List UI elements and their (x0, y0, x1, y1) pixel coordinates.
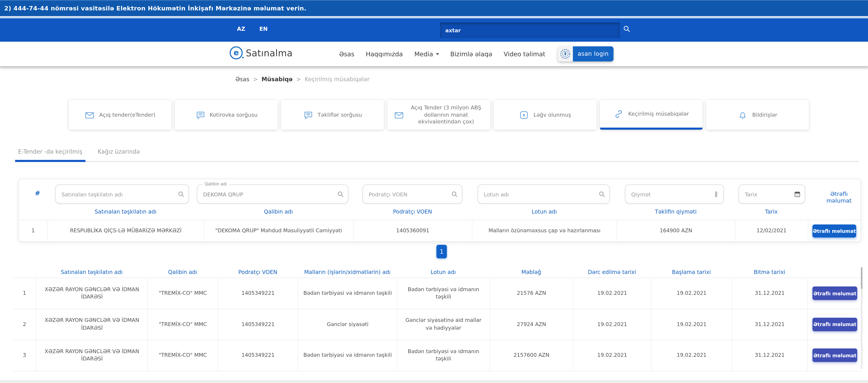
row-mal: Bədən tərbiyəsi və idmanın təşkili (298, 278, 397, 309)
lang-az[interactable]: AZ (237, 26, 245, 32)
results-table-row: 1 RESPUBLİKA QİÇS-LƏ MÜBARİZƏ MƏRKƏZİ "D… (19, 220, 860, 242)
tab-kecirilmis-musabiqeler[interactable]: Keçirilmiş müsabiqələr (600, 100, 703, 130)
row-derc: 19.02.2021 (573, 340, 651, 371)
search-icon[interactable] (337, 190, 344, 198)
subtab-etender[interactable]: E-Tender -də keçirilmiş (15, 149, 85, 160)
breadcrumb-separator: > (296, 76, 301, 83)
subtab-kagiz[interactable]: Kağız üzərində (94, 149, 144, 160)
row-derc: 19.02.2021 (573, 278, 651, 309)
row-number-symbol: # (35, 190, 40, 197)
chat-icon (303, 110, 313, 120)
row-satinalan: XƏZƏR RAYON GƏNCLƏR VƏ İDMAN İDARƏSİ (36, 340, 147, 371)
col-header-voen: Podratçı VOEN (353, 204, 472, 220)
row-baslama: 19.02.2021 (651, 309, 732, 340)
tab-bildirisler[interactable]: Bildirişlər (706, 100, 809, 130)
breadcrumb-musabiqe[interactable]: Müsabiqə (261, 76, 292, 83)
chat-icon (195, 110, 206, 120)
row-satinalan: XƏZƏR RAYON GƏNCLƏR VƏ İDMAN İDARƏSİ (36, 278, 147, 309)
row-qalib: "TREMİX-CO" MMC (147, 309, 218, 340)
nav-haqqimizda[interactable]: Haqqımızda (366, 50, 403, 58)
col-header-mebleg: Məbləğ (490, 267, 573, 278)
filters-details-link[interactable]: Ətraflı məlumat (818, 191, 860, 204)
row-num: 1 (19, 220, 48, 242)
filter-satinalan-input[interactable] (56, 185, 189, 203)
row-voen: 1405349221 (218, 309, 298, 340)
row-qalib: "TREMİX-CO" MMC (147, 340, 218, 371)
row-satinalan: RESPUBLİKA QİÇS-LƏ MÜBARİZƏ MƏRKƏZİ (48, 220, 204, 242)
nav-bizimle-elaqe[interactable]: Bizimlə əlaqə (450, 50, 492, 58)
col-header-empty (19, 204, 48, 220)
page: 2) 444-74-44 nömrəsi vasitəsilə Elektron… (0, 0, 868, 383)
col-header-tarix: Tarix (735, 204, 808, 220)
bell-icon (738, 110, 748, 120)
filter-qalibin-input[interactable] (197, 185, 348, 203)
filter-qiymet-input[interactable] (625, 185, 723, 203)
search-icon[interactable] (623, 25, 631, 33)
scrollbar-thumb[interactable] (861, 267, 863, 289)
col-header-baslama: Başlama tarixi (651, 267, 732, 278)
top-search-input[interactable] (440, 22, 620, 38)
subtab-divider (15, 161, 858, 162)
tab-kotirovka-sorgusu[interactable]: Kotirovka sorğusu (175, 100, 278, 130)
filter-qalibin-label: Qalibin adı (203, 182, 229, 187)
row-mal: Gənclər siyasəti (298, 309, 397, 340)
row-derc: 19.02.2021 (573, 309, 651, 340)
filter-qalibin-adi[interactable]: Qalibin adı (197, 184, 348, 204)
cancel-icon (519, 110, 529, 120)
filter-lotun-input[interactable] (478, 185, 609, 203)
row-num: 1 (13, 278, 36, 309)
col-header-qalibin: Qalibin adı (204, 204, 353, 220)
breadcrumb-current: Keçirilmiş müsabiqələr (305, 76, 369, 83)
filter-tarix[interactable] (739, 184, 805, 204)
row-baslama: 19.02.2021 (651, 340, 732, 371)
tab-legv-olunmus[interactable]: Ləğv olunmuş (494, 100, 596, 130)
row-lot: Bədən tərbiyəsi və idmanın təşkili (397, 278, 490, 309)
row-num: 2 (13, 309, 36, 340)
breadcrumb-esas[interactable]: Əsas (236, 76, 249, 83)
logo[interactable]: e Satınalma (230, 46, 292, 59)
details-button[interactable]: Ətraflı məlumat (812, 287, 857, 300)
footer-edge (0, 380, 868, 383)
notice-bar: 2) 444-74-44 nömrəsi vasitəsilə Elektron… (0, 0, 868, 16)
search-icon[interactable] (178, 190, 185, 198)
tab-teklifler-sorgusu[interactable]: Təkliflər sorğusu (281, 100, 384, 130)
col-header-voen: Podratçı VOEN (218, 267, 298, 278)
col-header-derc: Dərc edilmə tarixi (573, 267, 651, 278)
tab-aciq-tender[interactable]: Açıq tender(eTender) (69, 100, 172, 130)
main-header: e Satınalma Əsas Haqqımızda Media Biziml… (0, 42, 868, 66)
search-icon[interactable] (598, 190, 606, 198)
tab-aciq-tender-3-milyon[interactable]: Açıq Tender (3 milyon ABŞ dollarının man… (388, 100, 490, 130)
nav-media[interactable]: Media (414, 50, 439, 58)
pagination-page-1[interactable]: 1 (436, 245, 447, 258)
filter-satinalan[interactable] (55, 184, 189, 204)
row-baslama: 19.02.2021 (651, 278, 732, 309)
col-header-lotun: Lotun adı (472, 204, 617, 220)
row-bitme: 31.12.2021 (732, 278, 807, 309)
row-bitme: 31.12.2021 (732, 340, 807, 371)
col-header-action (807, 267, 862, 278)
contracts-table: Satınalan təşkilatın adı Qalibin adı Pod… (13, 267, 862, 371)
col-header-action (808, 204, 860, 220)
col-header-satinalan: Satınalan təşkilatın adı (48, 204, 204, 220)
calendar-icon[interactable] (794, 190, 801, 198)
row-voen: 1405349221 (218, 278, 298, 309)
search-icon[interactable] (451, 190, 458, 198)
details-button[interactable]: Ətraflı məlumat (812, 224, 856, 237)
envelope-icon (394, 110, 404, 120)
contracts-row-2: 2 XƏZƏR RAYON GƏNCLƏR VƏ İDMAN İDARƏSİ "… (13, 309, 862, 340)
results-panel: # Qalibin adı (18, 179, 861, 242)
filter-lotun-adi[interactable] (477, 184, 610, 204)
row-mebleg: 2157600 AZN (490, 340, 573, 371)
nav-esas[interactable]: Əsas (339, 50, 354, 58)
lang-en[interactable]: EN (259, 26, 268, 32)
filter-qiymet[interactable] (625, 184, 724, 204)
asan-login-button[interactable]: asan login (558, 46, 614, 61)
details-button[interactable]: Ətraflı məlumat (812, 349, 857, 362)
nav-video-telimat[interactable]: Video təlimat (504, 50, 545, 58)
filter-voen-input[interactable] (363, 185, 462, 203)
stepper-icon[interactable] (712, 190, 720, 198)
header-shadow (0, 66, 868, 70)
details-button[interactable]: Ətraflı məlumat (812, 318, 857, 331)
top-search-box[interactable] (440, 22, 620, 38)
filter-voen[interactable] (363, 184, 462, 204)
